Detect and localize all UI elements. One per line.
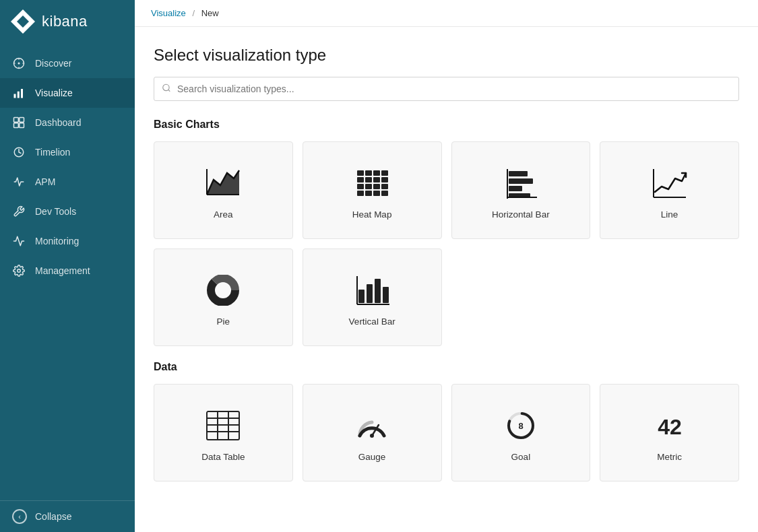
main-content: Visualize / New Select visualization typ… [135, 0, 758, 532]
svg-rect-30 [381, 191, 388, 196]
sidebar-item-label-management: Management [35, 265, 90, 276]
viz-card-label-data-table: Data Table [201, 452, 245, 462]
svg-rect-17 [373, 170, 380, 176]
viz-card-line[interactable]: Line [600, 141, 739, 239]
bar-chart-icon [12, 86, 26, 100]
sidebar-item-dashboard[interactable]: Dashboard [0, 108, 135, 137]
sidebar-item-label-dashboard: Dashboard [35, 117, 82, 128]
viz-card-label-heat-map: Heat Map [352, 209, 392, 220]
svg-rect-18 [381, 170, 388, 176]
area-chart-icon [203, 166, 243, 200]
sidebar-item-visualize[interactable]: Visualize [0, 78, 135, 108]
viz-card-pie[interactable]: Pie [154, 248, 293, 346]
page-title: Select visualization type [154, 46, 739, 65]
goal-icon: 8 [501, 409, 541, 442]
svg-point-10 [18, 269, 21, 273]
data-heading: Data [154, 361, 739, 373]
viz-card-label-goal: Goal [511, 452, 531, 462]
gauge-icon [352, 409, 392, 442]
horizontal-bar-icon [501, 166, 541, 200]
sidebar-item-timelion[interactable]: Timelion [0, 137, 135, 167]
viz-card-metric[interactable]: 42 Metric [600, 384, 739, 481]
wrench-icon [12, 205, 26, 218]
sidebar-item-label-monitoring: Monitoring [35, 236, 79, 246]
viz-card-goal[interactable]: 8 Goal [451, 384, 591, 481]
collapse-arrow-icon: ‹ [12, 509, 27, 524]
viz-card-label-metric: Metric [657, 452, 682, 462]
search-input[interactable] [154, 77, 739, 101]
svg-rect-3 [18, 92, 20, 98]
sidebar-item-label-timelion: Timelion [35, 147, 70, 158]
svg-rect-8 [20, 123, 24, 128]
viz-card-horizontal-bar[interactable]: Horizontal Bar [451, 141, 591, 239]
viz-card-vertical-bar[interactable]: Vertical Bar [303, 248, 442, 346]
sidebar-logo: kibana [0, 0, 135, 43]
sidebar-item-monitoring[interactable]: Monitoring [0, 226, 135, 256]
svg-point-55 [370, 434, 374, 438]
kibana-logo-icon [11, 9, 35, 34]
sidebar-nav: Discover Visualize Dashboard Timelion [0, 43, 135, 500]
timelion-icon [12, 145, 26, 159]
svg-rect-20 [365, 177, 372, 182]
svg-rect-24 [365, 184, 372, 189]
collapse-label: Collapse [35, 511, 71, 522]
svg-point-1 [18, 63, 20, 65]
viz-card-label-line: Line [661, 209, 678, 220]
viz-card-label-gauge: Gauge [358, 452, 386, 462]
vertical-bar-icon [352, 273, 392, 307]
sidebar-item-label-discover: Discover [35, 58, 71, 69]
metric-icon: 42 [650, 409, 690, 442]
svg-rect-22 [381, 177, 388, 182]
svg-rect-23 [357, 184, 364, 189]
sidebar-item-devtools[interactable]: Dev Tools [0, 197, 135, 226]
svg-rect-5 [14, 118, 19, 123]
viz-card-label-vertical-bar: Vertical Bar [349, 317, 396, 327]
svg-rect-6 [20, 118, 24, 123]
viz-card-heat-map[interactable]: Heat Map [303, 141, 442, 239]
viz-card-gauge[interactable]: Gauge [303, 384, 442, 481]
viz-card-data-table[interactable]: Data Table [154, 384, 293, 481]
svg-rect-44 [375, 279, 381, 303]
svg-rect-2 [14, 94, 16, 98]
sidebar-logo-text: kibana [42, 13, 88, 30]
svg-rect-43 [367, 284, 373, 303]
svg-point-41 [216, 284, 230, 297]
svg-rect-32 [509, 178, 533, 184]
svg-rect-27 [357, 191, 364, 196]
svg-rect-42 [358, 290, 365, 303]
svg-rect-26 [381, 184, 388, 189]
svg-rect-15 [357, 170, 364, 176]
sidebar-item-discover[interactable]: Discover [0, 48, 135, 78]
heat-map-icon [352, 166, 392, 200]
data-grid: Data Table Gauge [154, 384, 739, 481]
content-area: Select visualization type Basic Charts [135, 27, 758, 515]
svg-text:42: 42 [658, 415, 682, 439]
sidebar-item-management[interactable]: Management [0, 256, 135, 286]
collapse-button[interactable]: ‹ Collapse [12, 509, 123, 524]
search-container [154, 77, 739, 101]
sidebar-bottom: ‹ Collapse [0, 500, 135, 532]
line-chart-icon [650, 166, 690, 200]
svg-point-11 [163, 84, 169, 90]
svg-rect-29 [373, 191, 380, 196]
svg-rect-7 [14, 123, 19, 128]
sidebar-item-label-apm: APM [35, 176, 55, 187]
sidebar-item-apm[interactable]: APM [0, 167, 135, 197]
viz-card-label-area: Area [214, 209, 233, 220]
basic-charts-grid: Area [154, 141, 739, 239]
sidebar-item-label-devtools: Dev Tools [35, 206, 76, 217]
svg-rect-28 [365, 191, 372, 196]
viz-card-label-pie: Pie [217, 317, 230, 327]
svg-rect-31 [509, 171, 528, 176]
svg-rect-25 [373, 184, 380, 189]
viz-card-area[interactable]: Area [154, 141, 293, 239]
svg-rect-33 [509, 186, 522, 191]
svg-rect-16 [365, 170, 372, 176]
monitoring-icon [12, 234, 26, 248]
data-table-icon [203, 409, 243, 442]
sidebar-item-label-visualize: Visualize [35, 88, 73, 98]
breadcrumb-separator: / [192, 8, 195, 18]
svg-rect-19 [357, 177, 364, 182]
breadcrumb-parent-link[interactable]: Visualize [151, 8, 186, 18]
gear-icon [12, 264, 26, 277]
